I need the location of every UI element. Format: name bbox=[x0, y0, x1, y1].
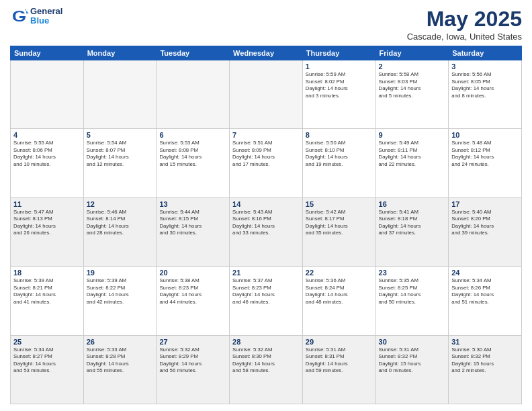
header-wednesday: Wednesday bbox=[230, 46, 303, 60]
day-number: 27 bbox=[159, 338, 226, 346]
table-row: 10Sunrise: 5:48 AM Sunset: 8:12 PM Dayli… bbox=[449, 129, 522, 197]
day-number: 10 bbox=[451, 131, 519, 139]
table-row: 30Sunrise: 5:31 AM Sunset: 8:32 PM Dayli… bbox=[375, 335, 449, 404]
table-row: 13Sunrise: 5:44 AM Sunset: 8:15 PM Dayli… bbox=[157, 197, 230, 266]
day-number: 7 bbox=[232, 131, 300, 139]
day-info: Sunrise: 5:32 AM Sunset: 8:29 PM Dayligh… bbox=[159, 347, 226, 375]
day-info: Sunrise: 5:44 AM Sunset: 8:15 PM Dayligh… bbox=[159, 209, 226, 237]
day-info: Sunrise: 5:54 AM Sunset: 8:07 PM Dayligh… bbox=[87, 140, 154, 168]
day-number: 3 bbox=[451, 62, 519, 71]
table-row: 17Sunrise: 5:40 AM Sunset: 8:20 PM Dayli… bbox=[449, 197, 522, 266]
day-info: Sunrise: 5:40 AM Sunset: 8:20 PM Dayligh… bbox=[451, 209, 519, 237]
day-info: Sunrise: 5:32 AM Sunset: 8:30 PM Dayligh… bbox=[232, 347, 300, 375]
month-title: May 2025 bbox=[407, 7, 522, 32]
table-row: 4Sunrise: 5:55 AM Sunset: 8:06 PM Daylig… bbox=[11, 129, 84, 197]
table-row: 20Sunrise: 5:38 AM Sunset: 8:23 PM Dayli… bbox=[157, 267, 230, 335]
table-row: 7Sunrise: 5:51 AM Sunset: 8:09 PM Daylig… bbox=[230, 129, 303, 197]
day-info: Sunrise: 5:36 AM Sunset: 8:24 PM Dayligh… bbox=[306, 277, 373, 306]
header-saturday: Saturday bbox=[449, 46, 522, 60]
table-row: 3Sunrise: 5:56 AM Sunset: 8:05 PM Daylig… bbox=[449, 60, 522, 129]
calendar-row-1: 1Sunrise: 5:59 AM Sunset: 8:02 PM Daylig… bbox=[11, 60, 522, 129]
table-row: 18Sunrise: 5:39 AM Sunset: 8:21 PM Dayli… bbox=[11, 267, 84, 335]
day-info: Sunrise: 5:48 AM Sunset: 8:12 PM Dayligh… bbox=[451, 140, 519, 168]
calendar-table: Sunday Monday Tuesday Wednesday Thursday… bbox=[10, 46, 522, 404]
day-info: Sunrise: 5:51 AM Sunset: 8:09 PM Dayligh… bbox=[232, 140, 300, 168]
title-area: May 2025 Cascade, Iowa, United States bbox=[407, 7, 522, 42]
day-number: 23 bbox=[379, 269, 446, 277]
table-row: 15Sunrise: 5:42 AM Sunset: 8:17 PM Dayli… bbox=[302, 197, 375, 266]
day-number: 4 bbox=[13, 131, 81, 139]
day-info: Sunrise: 5:31 AM Sunset: 8:31 PM Dayligh… bbox=[306, 347, 373, 375]
table-row bbox=[230, 60, 303, 129]
day-info: Sunrise: 5:38 AM Sunset: 8:23 PM Dayligh… bbox=[159, 277, 226, 306]
day-info: Sunrise: 5:42 AM Sunset: 8:17 PM Dayligh… bbox=[306, 209, 373, 237]
day-number: 11 bbox=[13, 200, 81, 208]
calendar-row-2: 4Sunrise: 5:55 AM Sunset: 8:06 PM Daylig… bbox=[11, 129, 522, 197]
table-row: 28Sunrise: 5:32 AM Sunset: 8:30 PM Dayli… bbox=[230, 335, 303, 404]
day-info: Sunrise: 5:43 AM Sunset: 8:16 PM Dayligh… bbox=[232, 209, 300, 237]
day-info: Sunrise: 5:39 AM Sunset: 8:22 PM Dayligh… bbox=[87, 277, 154, 306]
table-row: 1Sunrise: 5:59 AM Sunset: 8:02 PM Daylig… bbox=[302, 60, 375, 129]
table-row: 29Sunrise: 5:31 AM Sunset: 8:31 PM Dayli… bbox=[302, 335, 375, 404]
table-row: 31Sunrise: 5:30 AM Sunset: 8:32 PM Dayli… bbox=[449, 335, 522, 404]
logo-icon bbox=[10, 7, 29, 26]
day-number: 14 bbox=[232, 200, 300, 208]
day-info: Sunrise: 5:41 AM Sunset: 8:18 PM Dayligh… bbox=[379, 209, 446, 237]
table-row: 26Sunrise: 5:33 AM Sunset: 8:28 PM Dayli… bbox=[83, 335, 157, 404]
day-number: 6 bbox=[159, 131, 226, 139]
day-info: Sunrise: 5:58 AM Sunset: 8:03 PM Dayligh… bbox=[379, 71, 446, 99]
table-row: 6Sunrise: 5:53 AM Sunset: 8:08 PM Daylig… bbox=[157, 129, 230, 197]
table-row: 16Sunrise: 5:41 AM Sunset: 8:18 PM Dayli… bbox=[375, 197, 449, 266]
day-number: 20 bbox=[159, 269, 226, 277]
logo: General Blue bbox=[10, 7, 62, 26]
day-number: 9 bbox=[379, 131, 446, 139]
table-row: 2Sunrise: 5:58 AM Sunset: 8:03 PM Daylig… bbox=[375, 60, 449, 129]
header-sunday: Sunday bbox=[11, 46, 84, 60]
day-number: 18 bbox=[13, 269, 81, 277]
day-info: Sunrise: 5:53 AM Sunset: 8:08 PM Dayligh… bbox=[159, 140, 226, 168]
calendar-row-3: 11Sunrise: 5:47 AM Sunset: 8:13 PM Dayli… bbox=[11, 197, 522, 266]
day-number: 1 bbox=[306, 62, 373, 71]
day-info: Sunrise: 5:50 AM Sunset: 8:10 PM Dayligh… bbox=[306, 140, 373, 168]
day-number: 21 bbox=[232, 269, 300, 277]
day-info: Sunrise: 5:37 AM Sunset: 8:23 PM Dayligh… bbox=[232, 277, 300, 306]
day-info: Sunrise: 5:39 AM Sunset: 8:21 PM Dayligh… bbox=[13, 277, 81, 306]
day-number: 12 bbox=[87, 200, 154, 208]
table-row: 14Sunrise: 5:43 AM Sunset: 8:16 PM Dayli… bbox=[230, 197, 303, 266]
table-row: 22Sunrise: 5:36 AM Sunset: 8:24 PM Dayli… bbox=[302, 267, 375, 335]
day-info: Sunrise: 5:47 AM Sunset: 8:13 PM Dayligh… bbox=[13, 209, 81, 237]
day-info: Sunrise: 5:46 AM Sunset: 8:14 PM Dayligh… bbox=[87, 209, 154, 237]
day-number: 19 bbox=[87, 269, 154, 277]
table-row: 5Sunrise: 5:54 AM Sunset: 8:07 PM Daylig… bbox=[83, 129, 157, 197]
page: General Blue May 2025 Cascade, Iowa, Uni… bbox=[0, 0, 532, 411]
day-info: Sunrise: 5:55 AM Sunset: 8:06 PM Dayligh… bbox=[13, 140, 81, 168]
calendar-row-4: 18Sunrise: 5:39 AM Sunset: 8:21 PM Dayli… bbox=[11, 267, 522, 335]
table-row: 25Sunrise: 5:34 AM Sunset: 8:27 PM Dayli… bbox=[11, 335, 84, 404]
day-number: 13 bbox=[159, 200, 226, 208]
day-info: Sunrise: 5:59 AM Sunset: 8:02 PM Dayligh… bbox=[306, 71, 373, 99]
table-row: 23Sunrise: 5:35 AM Sunset: 8:25 PM Dayli… bbox=[375, 267, 449, 335]
table-row: 11Sunrise: 5:47 AM Sunset: 8:13 PM Dayli… bbox=[11, 197, 84, 266]
day-number: 16 bbox=[379, 200, 446, 208]
table-row bbox=[157, 60, 230, 129]
day-info: Sunrise: 5:34 AM Sunset: 8:27 PM Dayligh… bbox=[13, 347, 81, 375]
day-info: Sunrise: 5:56 AM Sunset: 8:05 PM Dayligh… bbox=[451, 71, 519, 99]
logo-text: General Blue bbox=[30, 7, 62, 26]
table-row: 19Sunrise: 5:39 AM Sunset: 8:22 PM Dayli… bbox=[83, 267, 157, 335]
header: General Blue May 2025 Cascade, Iowa, Uni… bbox=[10, 7, 522, 42]
table-row: 9Sunrise: 5:49 AM Sunset: 8:11 PM Daylig… bbox=[375, 129, 449, 197]
table-row: 8Sunrise: 5:50 AM Sunset: 8:10 PM Daylig… bbox=[302, 129, 375, 197]
table-row: 24Sunrise: 5:34 AM Sunset: 8:26 PM Dayli… bbox=[449, 267, 522, 335]
day-number: 25 bbox=[13, 338, 81, 346]
day-number: 8 bbox=[306, 131, 373, 139]
day-info: Sunrise: 5:33 AM Sunset: 8:28 PM Dayligh… bbox=[87, 347, 154, 375]
calendar-row-5: 25Sunrise: 5:34 AM Sunset: 8:27 PM Dayli… bbox=[11, 335, 522, 404]
day-number: 2 bbox=[379, 62, 446, 71]
table-row bbox=[11, 60, 84, 129]
day-info: Sunrise: 5:35 AM Sunset: 8:25 PM Dayligh… bbox=[379, 277, 446, 306]
table-row: 21Sunrise: 5:37 AM Sunset: 8:23 PM Dayli… bbox=[230, 267, 303, 335]
day-number: 17 bbox=[451, 200, 519, 208]
day-info: Sunrise: 5:31 AM Sunset: 8:32 PM Dayligh… bbox=[379, 347, 446, 375]
day-info: Sunrise: 5:34 AM Sunset: 8:26 PM Dayligh… bbox=[451, 277, 519, 306]
day-number: 26 bbox=[87, 338, 154, 346]
